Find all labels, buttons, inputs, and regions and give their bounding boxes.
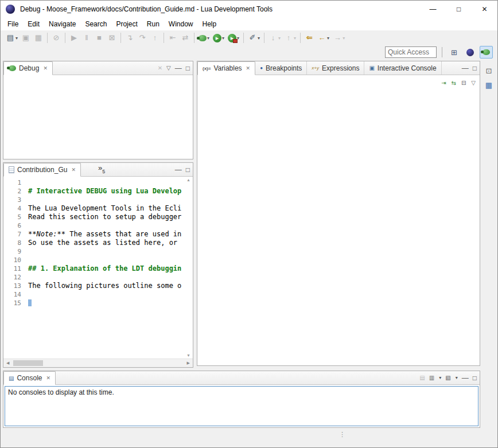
drop-to-frame-button[interactable]: ⇤	[167, 32, 178, 44]
remove-all-terminated-icon[interactable]: ✕	[158, 65, 162, 71]
step-into-button[interactable]: ↴	[124, 32, 135, 44]
show-type-names-icon[interactable]: ⇥	[441, 80, 446, 86]
save-button[interactable]: ▣	[20, 32, 32, 44]
dropdown-arrow-icon[interactable]: ▾	[439, 375, 441, 380]
scroll-right-icon[interactable]: ▶	[187, 361, 190, 365]
menu-edit[interactable]: Edit	[23, 18, 44, 30]
resume-button[interactable]: ▶	[68, 32, 80, 44]
disconnect-button[interactable]: ⊠	[106, 32, 118, 44]
code-line[interactable]	[28, 221, 185, 230]
collapse-all-icon[interactable]: ⊟	[461, 80, 466, 86]
tab-debug[interactable]: Debug ✕	[3, 61, 53, 75]
external-tools-button[interactable]: ▶▾	[227, 32, 240, 44]
scroll-down-icon[interactable]: ▼	[186, 353, 190, 357]
minimize-view-icon[interactable]: —	[175, 64, 182, 72]
menu-file[interactable]: File	[3, 18, 23, 30]
code-line[interactable]	[28, 256, 185, 264]
lua-perspective-button[interactable]	[464, 46, 477, 59]
new-wizard-button[interactable]: ▤▾	[5, 32, 19, 44]
code-line[interactable]: So use the assets as listed here, or	[28, 239, 185, 247]
step-return-button[interactable]: ↑	[149, 32, 161, 44]
editor-vertical-scrollbar[interactable]: ▲ ▼	[185, 177, 193, 359]
scrollbar-thumb[interactable]	[13, 360, 43, 366]
tab-contribution-guide[interactable]: Contribution_Gu ✕	[3, 163, 81, 177]
restore-view-button[interactable]: ⊡	[483, 64, 495, 77]
code-line[interactable]: # Interactive DEBUG using Lua Develop	[28, 187, 185, 196]
dropdown-arrow-icon[interactable]: ▾	[15, 36, 18, 41]
minimize-view-icon[interactable]: —	[462, 374, 469, 382]
code-line[interactable]	[28, 273, 185, 282]
dropdown-arrow-icon[interactable]: ▾	[258, 36, 260, 41]
back-button[interactable]: ←▾	[316, 32, 330, 44]
search-button[interactable]: ✐▾	[247, 32, 261, 44]
close-tab-icon[interactable]: ✕	[46, 375, 50, 381]
view-menu-icon[interactable]: ▽	[471, 80, 476, 86]
maximize-view-icon[interactable]: □	[186, 166, 190, 174]
maximize-view-icon[interactable]: □	[473, 64, 477, 72]
maximize-view-icon[interactable]: □	[186, 64, 190, 72]
menu-search[interactable]: Search	[80, 18, 111, 30]
save-all-button[interactable]: ▦	[33, 32, 44, 44]
code-line[interactable]	[28, 247, 185, 256]
menu-run[interactable]: Run	[142, 18, 164, 30]
code-line[interactable]	[28, 196, 185, 204]
open-perspective-button[interactable]: ⊞	[448, 46, 461, 59]
forward-button[interactable]: →▾	[332, 32, 346, 44]
close-tab-icon[interactable]: ✕	[71, 167, 76, 173]
editor-horizontal-scrollbar[interactable]: ◀ ▶	[3, 359, 193, 367]
skip-all-breakpoints-button[interactable]: ⊘	[50, 32, 62, 44]
tab-interactive-console[interactable]: ▣ Interactive Console	[364, 61, 441, 75]
menu-help[interactable]: Help	[198, 18, 221, 30]
close-tab-icon[interactable]: ✕	[43, 65, 48, 71]
use-step-filters-button[interactable]: ⇄	[180, 32, 191, 44]
open-console-icon[interactable]: ▧	[445, 375, 450, 381]
close-button[interactable]: ✕	[472, 1, 497, 18]
step-over-button[interactable]: ↷	[137, 32, 148, 44]
close-tab-icon[interactable]: ✕	[246, 65, 251, 71]
suspend-button[interactable]: ‖	[81, 32, 92, 44]
dropdown-arrow-icon[interactable]: ▾	[456, 375, 458, 380]
run-button[interactable]: ▶▾	[212, 32, 225, 44]
tab-expressions[interactable]: x+y Expressions	[307, 61, 364, 75]
dropdown-arrow-icon[interactable]: ▾	[327, 36, 329, 41]
code-line[interactable]: The following pictures outline some o	[28, 282, 185, 290]
quick-access-input[interactable]	[385, 46, 437, 58]
terminate-button[interactable]: ■	[94, 32, 105, 44]
previous-annotation-button[interactable]: ↑▾	[283, 32, 297, 44]
debug-perspective-button[interactable]	[480, 46, 493, 59]
code-line[interactable]: ## 1. Explanation of the LDT debuggin	[28, 264, 185, 273]
dropdown-arrow-icon[interactable]: ▾	[294, 36, 296, 41]
dropdown-arrow-icon[interactable]: ▾	[207, 36, 209, 41]
display-selected-console-icon[interactable]: ▥	[429, 375, 434, 381]
code-line[interactable]	[28, 299, 185, 307]
hidden-editors-chevron[interactable]: » 5	[98, 163, 105, 176]
sash-grip-icon[interactable]: ⋮	[339, 432, 345, 437]
show-logical-structure-icon[interactable]: ⇆	[452, 80, 456, 86]
minimize-button[interactable]: —	[420, 1, 446, 18]
code-line[interactable]: **Note:** The assets that are used in	[28, 230, 185, 239]
menu-project[interactable]: Project	[111, 18, 142, 30]
tab-breakpoints[interactable]: ● Breakpoints	[255, 61, 307, 75]
tab-variables[interactable]: (x)= Variables ✕	[197, 61, 255, 75]
code-line[interactable]: Read this section to setup a debugger	[28, 213, 185, 221]
scroll-left-icon[interactable]: ◀	[6, 361, 9, 365]
minimize-view-icon[interactable]: —	[462, 64, 469, 72]
menu-window[interactable]: Window	[164, 18, 198, 30]
code-line[interactable]	[28, 178, 185, 187]
code-line[interactable]	[28, 290, 185, 299]
tab-console[interactable]: ▤ Console ✕	[3, 371, 56, 385]
maximize-view-icon[interactable]: □	[473, 374, 477, 382]
dropdown-arrow-icon[interactable]: ▾	[343, 36, 345, 41]
menu-navigate[interactable]: Navigate	[44, 18, 80, 30]
debug-button[interactable]: ▾	[197, 32, 211, 44]
editor-code[interactable]: # Interactive DEBUG using Lua DevelopThe…	[25, 177, 185, 359]
maximize-button[interactable]: □	[446, 1, 472, 18]
scroll-up-icon[interactable]: ▲	[186, 178, 190, 182]
next-annotation-button[interactable]: ↓▾	[267, 32, 282, 44]
open-console-log-icon[interactable]: ▤	[419, 375, 425, 381]
minimize-view-icon[interactable]: —	[175, 166, 182, 174]
last-edit-location-button[interactable]: ⇐	[304, 32, 315, 44]
dropdown-arrow-icon[interactable]: ▾	[222, 36, 224, 41]
view-menu-icon[interactable]: ▽	[166, 65, 171, 71]
dropdown-arrow-icon[interactable]: ▾	[278, 36, 281, 41]
